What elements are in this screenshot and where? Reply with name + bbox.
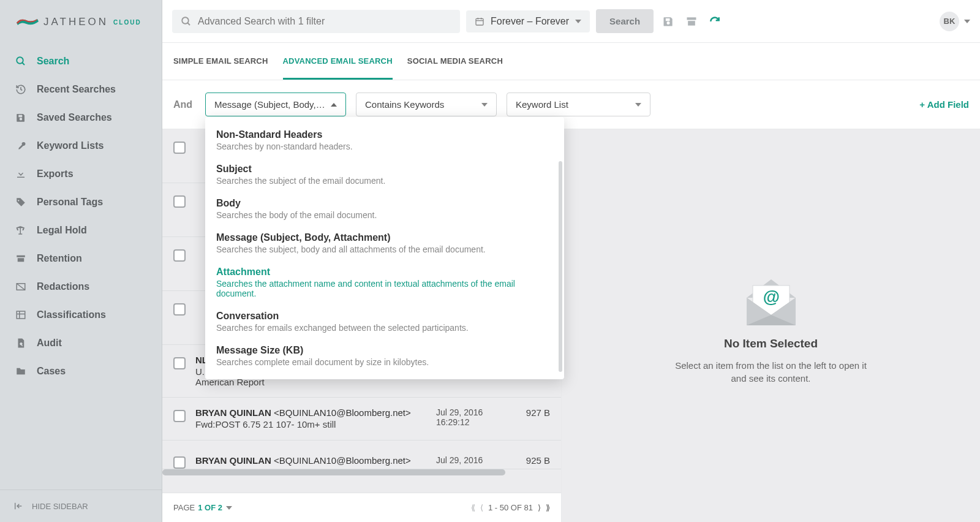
pager-next[interactable]: ⟩	[538, 503, 541, 512]
row-date: Jul 29, 201616:29:12	[436, 407, 503, 427]
sidebar-item-audit[interactable]: Audit	[0, 329, 162, 357]
export-button[interactable]	[683, 13, 700, 30]
refresh-button[interactable]	[706, 13, 723, 30]
option-desc: Searches the body of the email document.	[216, 210, 552, 220]
tab-simple-email[interactable]: SIMPLE EMAIL SEARCH	[173, 43, 268, 80]
svg-rect-3	[18, 258, 24, 262]
svg-point-11	[182, 17, 189, 24]
sidebar-item-search[interactable]: Search	[0, 47, 162, 75]
option-desc: Searches by non-standard headers.	[216, 142, 552, 151]
sidebar-item-redactions[interactable]: Redactions	[0, 273, 162, 301]
dropdown-option-subject[interactable]: Subject Searches the subject of the emai…	[205, 157, 564, 192]
option-title: Conversation	[216, 311, 552, 322]
row-checkbox[interactable]	[173, 142, 186, 154]
dropdown-option-message-size[interactable]: Message Size (KB) Searches complete emai…	[205, 339, 564, 373]
add-field-button[interactable]: + Add Field	[919, 99, 969, 110]
dropdown-scrollbar[interactable]	[559, 161, 562, 372]
search-input-wrap[interactable]	[172, 10, 460, 33]
option-desc: Searches complete email document by size…	[216, 357, 552, 367]
dropdown-option-non-standard-headers[interactable]: Non-Standard Headers Searches by non-sta…	[205, 123, 564, 157]
svg-line-5	[17, 284, 25, 290]
svg-line-1	[22, 62, 24, 65]
option-title: Message Size (KB)	[216, 345, 552, 356]
key-icon	[15, 140, 27, 152]
hide-sidebar-button[interactable]: HIDE SIDEBAR	[0, 490, 162, 522]
svg-line-12	[187, 23, 190, 25]
preview-panel: @ No Item Selected Select an item from t…	[562, 129, 980, 522]
dropdown-option-message[interactable]: Message (Subject, Body, Attachment) Sear…	[205, 226, 564, 260]
page-of: 1 OF 2	[198, 503, 222, 512]
sidebar: JATHEON CLOUD Search Recent Searches Sav…	[0, 0, 162, 522]
preview-text: Select an item from the list on the left…	[667, 359, 875, 385]
row-checkbox[interactable]	[173, 303, 186, 316]
sidebar-item-keyword-lists[interactable]: Keyword Lists	[0, 132, 162, 160]
sidebar-item-label: Cases	[37, 366, 66, 377]
filter-condition-select[interactable]: Contains Keywords	[356, 93, 497, 116]
dropdown-option-attachment[interactable]: Attachment Searches the attachment name …	[205, 260, 564, 304]
date-range-label: Forever – Forever	[491, 16, 569, 27]
tab-advanced-email[interactable]: ADVANCED EMAIL SEARCH	[283, 43, 393, 80]
option-desc: Searches for emails exchanged between th…	[216, 323, 552, 333]
main: Forever – Forever Search BK SIMPLE EMAIL…	[162, 0, 980, 522]
row-checkbox[interactable]	[173, 195, 186, 208]
dropdown-option-body[interactable]: Body Searches the body of the email docu…	[205, 192, 564, 226]
sidebar-item-label: Exports	[37, 168, 74, 180]
save-search-button[interactable]	[660, 13, 677, 30]
search-tabs: SIMPLE EMAIL SEARCH ADVANCED EMAIL SEARC…	[162, 43, 980, 80]
tab-social-media[interactable]: SOCIAL MEDIA SEARCH	[407, 43, 503, 80]
avatar: BK	[940, 12, 959, 31]
chevron-down-icon	[635, 103, 641, 107]
sidebar-nav: Search Recent Searches Saved Searches Ke…	[0, 47, 162, 490]
sidebar-item-legal-hold[interactable]: Legal Hold	[0, 216, 162, 244]
brand-suffix: CLOUD	[113, 19, 141, 26]
refresh-icon	[709, 15, 721, 28]
dropdown-option-conversation[interactable]: Conversation Searches for emails exchang…	[205, 304, 564, 339]
classify-icon	[15, 309, 27, 321]
svg-rect-13	[476, 18, 483, 25]
pager-prev[interactable]: ⟨	[480, 503, 483, 512]
pager-first[interactable]: ⟪	[471, 503, 475, 512]
select-value: Contains Keywords	[365, 99, 444, 110]
row-from: BRYAN QUINLAN <BQUINLAN10@Bloomberg.net>	[195, 407, 426, 418]
option-title: Subject	[216, 164, 552, 175]
sidebar-item-recent-searches[interactable]: Recent Searches	[0, 75, 162, 104]
download-icon	[15, 168, 27, 180]
row-size: 925 B	[513, 450, 550, 466]
list-row[interactable]: BRYAN QUINLAN <BQUINLAN10@Bloomberg.net>…	[162, 398, 561, 441]
sidebar-item-personal-tags[interactable]: Personal Tags	[0, 188, 162, 216]
horizontal-scrollbar[interactable]	[162, 469, 561, 475]
filter-field-select[interactable]: Message (Subject, Body,…	[205, 93, 346, 116]
chevron-down-icon[interactable]	[226, 506, 232, 510]
list-row[interactable]: BRYAN QUINLAN <BQUINLAN10@Bloomberg.net>…	[162, 441, 561, 469]
sidebar-item-exports[interactable]: Exports	[0, 160, 162, 188]
row-main: BRYAN QUINLAN <BQUINLAN10@Bloomberg.net>	[195, 450, 426, 466]
row-main: BRYAN QUINLAN <BQUINLAN10@Bloomberg.net>…	[195, 407, 426, 429]
option-desc: Searches the attachment name and content…	[216, 279, 552, 298]
sidebar-item-label: Redactions	[37, 281, 89, 292]
svg-point-0	[17, 57, 23, 64]
row-checkbox[interactable]	[173, 357, 186, 369]
chevron-down-icon	[481, 103, 488, 107]
logo-mark-icon	[15, 15, 40, 29]
user-menu[interactable]: BK	[940, 12, 970, 31]
row-checkbox[interactable]	[173, 410, 186, 422]
row-checkbox[interactable]	[173, 249, 186, 262]
row-checkbox[interactable]	[173, 456, 186, 469]
chevron-up-icon	[331, 103, 337, 107]
search-button[interactable]: Search	[596, 9, 654, 33]
pager-last[interactable]: ⟫	[546, 503, 550, 512]
sidebar-item-saved-searches[interactable]: Saved Searches	[0, 104, 162, 132]
sidebar-item-retention[interactable]: Retention	[0, 244, 162, 273]
row-from: BRYAN QUINLAN <BQUINLAN10@Bloomberg.net>	[195, 455, 426, 466]
field-dropdown: Non-Standard Headers Searches by non-sta…	[205, 117, 564, 379]
filter-value-select[interactable]: Keyword List	[507, 93, 650, 116]
sidebar-item-cases[interactable]: Cases	[0, 357, 162, 385]
sidebar-item-label: Personal Tags	[37, 197, 103, 208]
search-input[interactable]	[198, 16, 451, 27]
sidebar-item-classifications[interactable]: Classifications	[0, 301, 162, 329]
save-icon	[15, 112, 27, 124]
date-range-picker[interactable]: Forever – Forever	[466, 10, 590, 32]
scrollbar-thumb[interactable]	[162, 469, 505, 475]
sidebar-item-label: Retention	[37, 253, 82, 264]
svg-text:@: @	[763, 287, 779, 306]
